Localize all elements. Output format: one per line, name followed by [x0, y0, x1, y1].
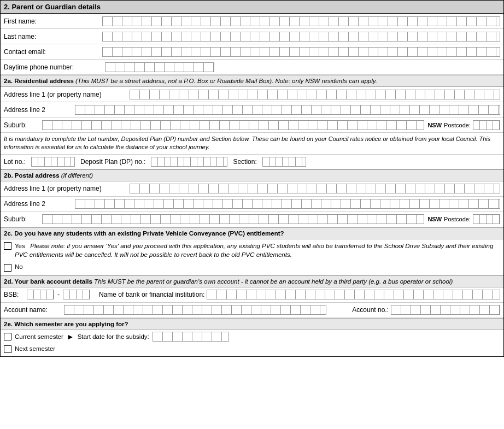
first-name-input[interactable] [102, 16, 500, 26]
contact-email-row: Contact email: [1, 44, 503, 60]
postal-nsw-post: NSW Postcode: [427, 214, 500, 224]
postal-address1-row: Address line 1 (or property name) [1, 181, 503, 197]
account-no-input[interactable] [391, 305, 500, 315]
next-semester-label: Next semester [15, 345, 55, 352]
postal-address2-label: Address line 2 [4, 200, 75, 208]
residential-nsw-label: NSW [427, 122, 442, 128]
residential-address2-input[interactable] [75, 105, 500, 115]
section-title-text: 2. Parent or Guardian details [4, 3, 101, 11]
semester-header: 2e. Which semester are you applying for? [1, 318, 503, 330]
lot-dp-section-row: Lot no.: Deposit Plan (DP) no.: Section: [1, 155, 503, 169]
lot-label: Lot no.: [4, 158, 26, 166]
pvc-no-label: No [15, 263, 23, 270]
next-semester-checkbox[interactable] [4, 345, 11, 353]
residential-suburb-label: Suburb: [4, 121, 42, 129]
pvc-header-text: 2c. Do you have any students with an exi… [4, 230, 284, 237]
postal-address-header: 2b. Postal address (if different) [1, 169, 503, 181]
postal-postcode-input[interactable] [473, 214, 500, 224]
postal-suburb-row: Suburb: NSW Postcode: [1, 212, 503, 227]
pvc-yes-row: Yes Please note: if you answer 'Yes' and… [1, 239, 503, 261]
dp-input[interactable] [151, 157, 227, 167]
lot-info-text: It is mandatory to complete the Lot numb… [1, 133, 503, 155]
residential-suburb-row: Suburb: NSW Postcode: [1, 117, 503, 133]
residential-address1-row: Address line 1 (or property name) [1, 87, 503, 102]
daytime-phone-label: Daytime phone number: [4, 63, 105, 71]
bank-header-note: This MUST be the parent or guardian's ow… [92, 278, 453, 285]
bank-name-input[interactable] [207, 290, 500, 299]
section-title: 2. Parent or Guardian details [1, 1, 503, 14]
start-date-input[interactable] [153, 332, 229, 342]
lot-info-text-content: It is mandatory to complete the Lot numb… [4, 136, 490, 150]
bsb-part2-input[interactable] [63, 290, 90, 299]
postal-suburb-label: Suburb: [4, 215, 42, 223]
postal-header-text: 2b. Postal address [4, 172, 60, 179]
postal-address1-input[interactable] [130, 184, 500, 193]
residential-postcode-label: Postcode: [444, 122, 471, 128]
dp-label: Deposit Plan (DP) no.: [80, 158, 145, 166]
postal-address2-input[interactable] [75, 199, 500, 209]
residential-nsw-post: NSW Postcode: [427, 120, 500, 130]
start-date-arrow-icon: ► [67, 332, 74, 341]
lot-input[interactable] [31, 157, 75, 167]
account-name-row: Account name: Account no.: [1, 303, 503, 318]
start-date-label: Start date for the subsidy: [78, 333, 149, 340]
pvc-no-row: No [1, 261, 503, 275]
next-semester-row: Next semester [1, 343, 503, 356]
residential-header-text: 2a. Residential address [4, 78, 74, 84]
pvc-yes-checkbox[interactable] [4, 242, 11, 250]
postal-header-note: (if different) [60, 172, 93, 179]
postal-suburb-input[interactable] [42, 214, 424, 224]
bsb-row: BSB: - Name of bank or financial institu… [1, 287, 503, 303]
account-name-input[interactable] [64, 305, 326, 315]
contact-email-input[interactable] [102, 47, 500, 57]
bank-name-label: Name of bank or financial institution: [99, 291, 204, 298]
daytime-phone-row: Daytime phone number: [1, 60, 503, 75]
pvc-yes-text: Yes Please note: if you answer 'Yes' and… [15, 242, 500, 259]
form-container: 2. Parent or Guardian details First name… [0, 0, 504, 357]
semester-header-text: 2e. Which semester are you applying for? [4, 321, 128, 327]
last-name-label: Last name: [4, 33, 102, 40]
bsb-part1-input[interactable] [27, 290, 54, 299]
postal-nsw-label: NSW [427, 216, 442, 222]
residential-address1-label: Address line 1 (or property name) [4, 91, 130, 98]
section-input[interactable] [262, 157, 306, 167]
postal-postcode-label: Postcode: [444, 216, 471, 222]
section-label: Section: [233, 158, 256, 166]
pvc-yes-label: Yes [15, 243, 25, 249]
residential-header-note: (This MUST be a street address, not a P.… [74, 78, 377, 84]
postal-address2-row: Address line 2 [1, 197, 503, 212]
residential-postcode-input[interactable] [473, 120, 500, 130]
current-semester-label: Current semester [15, 333, 63, 340]
account-no-label: Account no.: [345, 306, 389, 314]
pvc-header: 2c. Do you have any students with an exi… [1, 227, 503, 239]
first-name-row: First name: [1, 14, 503, 29]
residential-address2-row: Address line 2 [1, 102, 503, 117]
current-semester-row: Current semester ► Start date for the su… [1, 330, 503, 343]
pvc-no-checkbox[interactable] [4, 264, 11, 272]
residential-address2-label: Address line 2 [4, 106, 75, 114]
bank-header: 2d. Your bank account details This MUST … [1, 275, 503, 287]
first-name-label: First name: [4, 17, 102, 25]
daytime-phone-input[interactable] [105, 62, 214, 72]
last-name-input[interactable] [102, 32, 500, 42]
bsb-label: BSB: [4, 291, 27, 298]
residential-suburb-input[interactable] [42, 120, 424, 130]
contact-email-label: Contact email: [4, 48, 102, 56]
current-semester-checkbox[interactable] [4, 333, 11, 340]
bsb-inputs: - [27, 290, 90, 299]
bsb-dash: - [57, 291, 60, 298]
residential-address1-input[interactable] [130, 90, 500, 99]
pvc-yes-note: Please note: if you answer 'Yes' and you… [15, 243, 493, 258]
last-name-row: Last name: [1, 29, 503, 44]
account-name-label: Account name: [4, 306, 64, 314]
residential-address-header: 2a. Residential address (This MUST be a … [1, 75, 503, 87]
postal-address1-label: Address line 1 (or property name) [4, 185, 130, 192]
bank-header-text: 2d. Your bank account details [4, 278, 92, 285]
